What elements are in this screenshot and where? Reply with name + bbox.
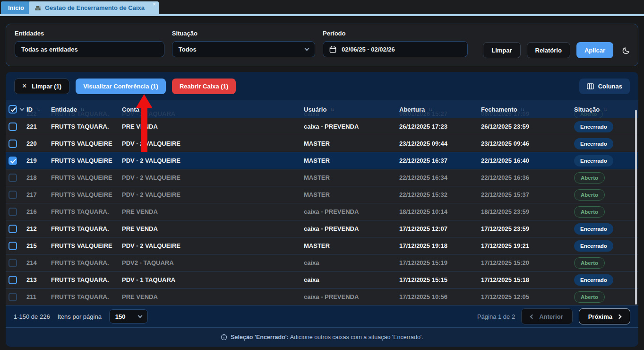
table-row-215[interactable]: 215 FRUTTS VALQUEIRE PDV - 2 VALQUEIRE M… bbox=[6, 237, 638, 254]
chevron-left-icon bbox=[530, 314, 535, 319]
tab-gestao-label: Gestao de Encerramento de Caixa bbox=[45, 4, 145, 11]
row-checkbox[interactable] bbox=[9, 122, 17, 131]
info-icon bbox=[221, 334, 227, 341]
sort-icon[interactable]: ↑↓ bbox=[330, 107, 334, 112]
tab-gestao-encerramento[interactable]: Gestao de Encerramento de Caixa × bbox=[29, 1, 159, 14]
table-row-211[interactable]: 211 FRUTTS TAQUARA. PRE VENDA caixa - PR… bbox=[6, 289, 638, 306]
status-badge: Encerrado bbox=[574, 121, 613, 132]
sort-icon[interactable]: ↑↓ bbox=[521, 107, 524, 112]
status-badge: Encerrado bbox=[574, 155, 613, 166]
periodo-input[interactable]: 02/06/25 - 02/02/26 bbox=[323, 41, 468, 57]
periodo-value: 02/06/25 - 02/02/26 bbox=[342, 46, 395, 53]
sort-icon[interactable]: ↑↓ bbox=[80, 107, 84, 112]
chevron-down-icon bbox=[137, 313, 142, 318]
colunas-button[interactable]: Colunas bbox=[579, 79, 630, 94]
situacao-select[interactable]: Todos bbox=[172, 41, 315, 57]
tabbar-underline bbox=[0, 14, 644, 16]
range-label: 1-150 de 226 bbox=[14, 313, 50, 320]
footer-message-bold: Seleção 'Encerrado': bbox=[231, 334, 289, 341]
proxima-button[interactable]: Próxima bbox=[579, 308, 630, 324]
relatorio-button[interactable]: Relatório bbox=[527, 42, 570, 58]
tab-close-icon[interactable]: × bbox=[153, 1, 156, 7]
sort-icon[interactable]: ↑↓ bbox=[428, 107, 432, 112]
table-rows: 221 FRUTTS TAQUARA. PRE VENDA caixa - PR… bbox=[6, 118, 638, 306]
table-row-220[interactable]: 220 FRUTTS VALQUEIRE PDV - 2 VALQUEIRE M… bbox=[6, 135, 638, 152]
chevron-right-icon bbox=[617, 314, 622, 319]
status-badge: Aberto bbox=[574, 257, 605, 269]
tab-bar: Início Gestao de Encerramento de Caixa × bbox=[0, 0, 644, 16]
reabrir-caixa-button[interactable]: Reabrir Caixa (1) bbox=[172, 79, 236, 94]
column-header-fechamento[interactable]: Fechamento↑↓ bbox=[481, 106, 574, 113]
situacao-label: Situação bbox=[172, 30, 315, 37]
status-badge: Encerrado bbox=[574, 138, 613, 149]
items-per-page-select[interactable]: 150 bbox=[109, 309, 148, 324]
situacao-value: Todos bbox=[179, 46, 197, 53]
row-checkbox[interactable] bbox=[9, 208, 17, 216]
pagination-bar: 1-150 de 226 Itens por página 150 Página… bbox=[6, 306, 638, 327]
status-badge: Encerrado bbox=[574, 223, 613, 235]
status-badge: Encerrado bbox=[574, 240, 613, 252]
table-row-219[interactable]: 219 FRUTTS VALQUEIRE PDV - 2 VALQUEIRE M… bbox=[6, 152, 638, 169]
calendar-icon bbox=[329, 46, 336, 53]
row-checkbox[interactable] bbox=[9, 157, 17, 165]
select-all-checkbox[interactable] bbox=[9, 105, 17, 114]
status-badge: Aberto bbox=[574, 206, 605, 218]
limpar-selection-button[interactable]: × Limpar (1) bbox=[14, 79, 69, 94]
items-per-page-label: Itens por página bbox=[58, 313, 102, 320]
limpar-button[interactable]: Limpar bbox=[483, 42, 520, 58]
table-row-221[interactable]: 221 FRUTTS TAQUARA. PRE VENDA caixa - PR… bbox=[6, 118, 638, 135]
table-header: 222FRUTTS TAQUARA.PDV - 1 TAQUARAcaixa06… bbox=[6, 100, 638, 118]
cash-register-icon bbox=[34, 5, 41, 11]
row-checkbox[interactable] bbox=[9, 174, 17, 182]
row-checkbox[interactable] bbox=[9, 242, 17, 250]
row-checkbox[interactable] bbox=[9, 140, 17, 148]
selection-chevron-down-icon[interactable] bbox=[20, 106, 25, 111]
column-header-situacao[interactable]: Situação↑↓ bbox=[574, 106, 638, 113]
page-info: Página 1 de 2 bbox=[477, 313, 515, 320]
table-row-213[interactable]: 213 FRUTTS TAQUARA. PDV - 1 TAQUARA caix… bbox=[6, 271, 638, 289]
columns-icon bbox=[587, 83, 594, 90]
status-badge: Encerrado bbox=[574, 274, 613, 286]
chevron-down-icon bbox=[305, 46, 309, 51]
column-header-abertura[interactable]: Abertura↑↓ bbox=[399, 106, 481, 113]
status-badge: Aberto bbox=[574, 189, 605, 201]
periodo-label: Período bbox=[323, 30, 468, 37]
status-badge: Aberto bbox=[574, 172, 605, 184]
filter-panel: Entidades Todas as entidades Situação To… bbox=[6, 24, 638, 66]
row-checkbox[interactable] bbox=[9, 259, 17, 267]
entidades-label: Entidades bbox=[15, 30, 164, 37]
table-panel: × Limpar (1) Visualizar Conferência (1) … bbox=[6, 72, 638, 347]
info-footer: Seleção 'Encerrado': Adicione outros cai… bbox=[6, 327, 638, 347]
visualizar-conferencia-button[interactable]: Visualizar Conferência (1) bbox=[76, 79, 166, 94]
annotation-arrow-head bbox=[136, 94, 153, 108]
row-checkbox[interactable] bbox=[9, 276, 17, 284]
tab-inicio[interactable]: Início bbox=[1, 1, 31, 14]
sort-icon[interactable]: ↑↓ bbox=[603, 107, 607, 112]
row-checkbox[interactable] bbox=[9, 225, 17, 233]
column-header-usuario[interactable]: Usuário↑↓ bbox=[304, 106, 399, 113]
table-row-212[interactable]: 212 FRUTTS TAQUARA. PRE VENDA caixa - PR… bbox=[6, 220, 638, 237]
table-row-214[interactable]: 214 FRUTTS TAQUARA. PDV2 - TAQUARA caixa… bbox=[6, 254, 638, 271]
aplicar-button[interactable]: Aplicar bbox=[576, 42, 613, 58]
entidades-input[interactable]: Todas as entidades bbox=[15, 41, 164, 57]
row-checkbox[interactable] bbox=[9, 191, 17, 199]
row-checkbox[interactable] bbox=[9, 293, 17, 301]
x-icon: × bbox=[22, 83, 26, 89]
annotation-arrow-shaft bbox=[141, 107, 147, 152]
table-row-216[interactable]: 216 FRUTTS TAQUARA. PRE VENDA caixa - PR… bbox=[6, 203, 638, 220]
column-header-id[interactable]: ID↑↓ bbox=[26, 106, 51, 113]
table-row-217[interactable]: 217 FRUTTS VALQUEIRE PDV - 2 VALQUEIRE M… bbox=[6, 186, 638, 203]
sort-icon[interactable]: ↑↓ bbox=[36, 107, 40, 112]
column-header-entidade[interactable]: Entidade↑↓ bbox=[51, 106, 122, 113]
footer-message: Adicione outros caixas com a situação 'E… bbox=[290, 334, 423, 341]
status-badge: Aberto bbox=[574, 291, 605, 303]
selection-toolbar: × Limpar (1) Visualizar Conferência (1) … bbox=[6, 72, 638, 100]
anterior-button[interactable]: Anterior bbox=[521, 308, 573, 324]
table-row-218[interactable]: 218 FRUTTS VALQUEIRE PDV - 2 VALQUEIRE M… bbox=[6, 169, 638, 186]
entidades-value: Todas as entidades bbox=[21, 46, 78, 53]
tab-inicio-label: Início bbox=[8, 4, 24, 11]
vertical-scrollbar[interactable] bbox=[635, 110, 637, 305]
dark-mode-toggle-icon[interactable] bbox=[622, 46, 630, 55]
